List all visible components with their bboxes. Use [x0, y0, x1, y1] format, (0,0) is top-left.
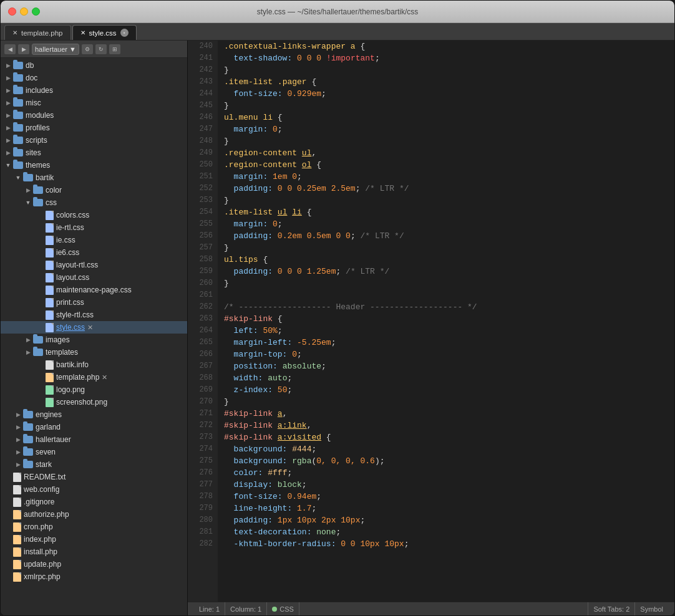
file-icon: [13, 560, 21, 569]
tree-arrow-icon: ▶: [3, 110, 13, 120]
tree-item-doc[interactable]: ▶ doc: [1, 72, 187, 84]
tree-item-colors-css[interactable]: colors.css: [1, 209, 187, 221]
tree-item-label: misc: [26, 99, 41, 107]
minimize-button[interactable]: [20, 7, 28, 16]
titlebar: style.css — ~/Sites/hallertauer/themes/b…: [1, 1, 674, 23]
tree-item-label: .gitignore: [24, 498, 54, 506]
status-line: Line: 1: [194, 602, 225, 615]
tree-arrow-icon: ▶: [3, 135, 13, 145]
tree-item-sites[interactable]: ▶ sites: [1, 147, 187, 159]
tree-item-print-css[interactable]: print.css: [1, 296, 187, 309]
code-line: margin-left: -5.25em;: [224, 337, 674, 349]
file-icon: [46, 323, 54, 332]
tree-item-index-php[interactable]: index.php: [1, 533, 187, 546]
tree-item-xmlrpc-php[interactable]: xmlrpc.php: [1, 570, 187, 583]
tree-arrow-icon: ▶: [3, 85, 13, 95]
file-icon: [13, 485, 21, 494]
sidebar-grid-button[interactable]: ⊞: [109, 44, 120, 54]
tree-item-ie-css[interactable]: ie.css: [1, 234, 187, 246]
tab-close-icon[interactable]: •: [120, 29, 129, 37]
tab-template-php[interactable]: ✕ template.php: [4, 25, 71, 40]
tree-item-garland[interactable]: ▶ garland: [1, 421, 187, 433]
status-tabs[interactable]: Soft Tabs: 2: [588, 602, 635, 615]
tree-item-bartik[interactable]: ▼ bartik: [1, 171, 187, 184]
file-tree-sidebar: ◀ ▶ hallertauer ▼ ⚙ ↻ ⊞ ▶ db ▶: [1, 41, 188, 615]
code-line: font-size: 0.94em;: [224, 491, 674, 503]
tree-item-install-php[interactable]: install.php: [1, 546, 187, 558]
tree-item-scripts[interactable]: ▶ scripts: [1, 134, 187, 147]
status-syntax[interactable]: CSS: [267, 602, 299, 615]
code-line: .region-content ol {: [224, 159, 674, 171]
tree-item-authorize-php[interactable]: authorize.php: [1, 508, 187, 521]
tree-item-misc[interactable]: ▶ misc: [1, 97, 187, 109]
folder-icon: [23, 461, 33, 468]
tree-item-stark[interactable]: ▶ stark: [1, 458, 187, 471]
folder-icon: [13, 74, 23, 82]
maximize-button[interactable]: [32, 7, 40, 16]
code-line: #skip-link a:link,: [224, 420, 674, 431]
tree-item-label: ie-rtl.css: [56, 223, 84, 232]
tree-item-label: seven: [36, 448, 56, 456]
tree-item-template-php[interactable]: template.php ✕: [1, 371, 187, 383]
code-line: }: [224, 64, 674, 76]
tree-item-css[interactable]: ▼ css: [1, 196, 187, 209]
tree-item-db[interactable]: ▶ db: [1, 59, 187, 72]
tree-item-color[interactable]: ▶ color: [1, 184, 187, 196]
tree-arrow-icon: ▼: [13, 173, 23, 183]
tree-item-style-rtl-css[interactable]: style-rtl.css: [1, 309, 187, 321]
tree-item-webconfig[interactable]: web.config: [1, 483, 187, 496]
folder-icon: [13, 87, 23, 94]
tree-item-ie-rtl-css[interactable]: ie-rtl.css: [1, 221, 187, 234]
tree-item-hallertauer[interactable]: ▶ hallertauer: [1, 433, 187, 446]
file-icon: [46, 223, 54, 233]
status-symbol[interactable]: Symbol: [635, 602, 668, 615]
tree-item-label: index.php: [24, 535, 56, 544]
tree-item-layout-rtl-css[interactable]: layout-rtl.css: [1, 259, 187, 271]
file-icon: [46, 298, 54, 307]
tree-item-screenshot-png[interactable]: screenshot.png: [1, 396, 187, 408]
project-dropdown[interactable]: hallertauer ▼: [32, 44, 79, 55]
tree-item-style-css[interactable]: style.css ✕: [1, 321, 187, 334]
tree-item-label: garland: [36, 423, 61, 431]
sidebar-back-button[interactable]: ◀: [4, 44, 16, 54]
tree-item-gitignore[interactable]: .gitignore: [1, 496, 187, 508]
code-line: }: [224, 277, 674, 289]
tree-arrow-icon: ▶: [3, 60, 13, 70]
tabs-bar: ✕ template.php ✕ style.css •: [1, 23, 674, 41]
file-icon: [13, 510, 21, 519]
close-button[interactable]: [8, 7, 16, 16]
sidebar-sync-button[interactable]: ↻: [95, 44, 107, 54]
tree-item-maintenance-css[interactable]: maintenance-page.css: [1, 284, 187, 296]
tree-item-update-php[interactable]: update.php: [1, 558, 187, 570]
tree-item-engines[interactable]: ▶ engines: [1, 408, 187, 421]
code-line: #skip-link a,: [224, 408, 674, 420]
tree-item-label: includes: [26, 86, 53, 95]
tree-item-templates[interactable]: ▶ templates: [1, 346, 187, 359]
tree-item-layout-css[interactable]: layout.css: [1, 271, 187, 284]
tree-item-label: images: [46, 335, 70, 344]
tab-style-css[interactable]: ✕ style.css •: [72, 25, 137, 40]
code-line: }: [224, 396, 674, 408]
sidebar-settings-button[interactable]: ⚙: [82, 44, 93, 54]
tree-arrow-icon: ▼: [23, 198, 33, 208]
code-editor[interactable]: 240 241 242 243 244 245 246 247 248 249 …: [188, 41, 674, 615]
code-lines[interactable]: .contextual-links-wrapper a { text-shado…: [218, 41, 674, 602]
tree-item-includes[interactable]: ▶ includes: [1, 84, 187, 97]
tree-item-images[interactable]: ▶ images: [1, 334, 187, 346]
tree-item-bartik-info[interactable]: bartik.info: [1, 359, 187, 371]
tree-item-ie6-css[interactable]: ie6.css: [1, 246, 187, 259]
tab-label: style.css: [89, 29, 117, 37]
tab-icon: ✕: [80, 29, 85, 36]
code-line: }: [224, 135, 674, 147]
code-line: padding: 0 0 0.25em 2.5em; /* LTR */: [224, 183, 674, 195]
tree-item-modules[interactable]: ▶ modules: [1, 109, 187, 122]
tree-item-readme[interactable]: README.txt: [1, 471, 187, 483]
sidebar-forward-button[interactable]: ▶: [18, 44, 29, 54]
tree-item-seven[interactable]: ▶ seven: [1, 446, 187, 458]
tree-item-cron-php[interactable]: cron.php: [1, 521, 187, 533]
tree-item-logo-png[interactable]: logo.png: [1, 383, 187, 396]
code-line: #skip-link {: [224, 313, 674, 325]
tree-item-profiles[interactable]: ▶ profiles: [1, 122, 187, 134]
tree-item-themes[interactable]: ▼ themes: [1, 159, 187, 171]
code-line: position: absolute;: [224, 360, 674, 372]
